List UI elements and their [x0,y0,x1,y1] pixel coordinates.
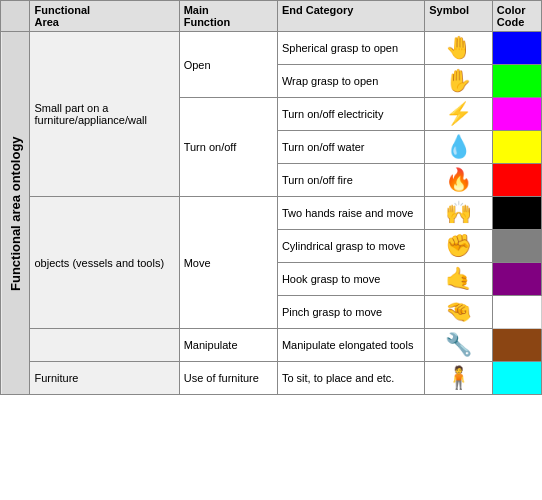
color-code-cell [492,263,541,296]
end-category-cell: Turn on/off water [277,131,424,164]
symbol-cell: 🤙 [425,263,493,296]
end-category-cell: Cylindrical grasp to move [277,230,424,263]
symbol-icon: 🔥 [445,167,472,192]
col-header-main-function: MainFunction [179,1,277,32]
color-code-cell [492,164,541,197]
symbol-cell: 🔥 [425,164,493,197]
symbol-cell: 🔧 [425,329,493,362]
symbol-cell: ⚡ [425,98,493,131]
symbol-cell: 🤏 [425,296,493,329]
main-function-cell: Move [179,197,277,329]
symbol-icon: ⚡ [445,101,472,126]
functional-area-cell: Furniture [30,362,179,395]
main-function-cell: Manipulate [179,329,277,362]
table-row: Manipulate Manipulate elongated tools 🔧 [1,329,542,362]
color-code-cell [492,362,541,395]
symbol-cell: 💧 [425,131,493,164]
end-category-cell: Wrap grasp to open [277,65,424,98]
functional-area-cell: Small part on a furniture/appliance/wall [30,32,179,197]
col-header-symbol: Symbol [425,1,493,32]
end-category-cell: Pinch grasp to move [277,296,424,329]
functional-area-cell [30,329,179,362]
color-code-cell [492,131,541,164]
color-code-cell [492,98,541,131]
end-category-cell: Spherical grasp to open [277,32,424,65]
table-header: FunctionalArea MainFunction End Category… [1,1,542,32]
col-header-functional-area: FunctionalArea [30,1,179,32]
color-code-cell [492,329,541,362]
col-header-color-code: ColorCode [492,1,541,32]
color-code-cell [492,65,541,98]
col-header-end-category: End Category [277,1,424,32]
symbol-cell: ✋ [425,65,493,98]
symbol-icon: 🧍 [445,365,472,390]
main-function-cell: Open [179,32,277,98]
symbol-icon: 🔧 [445,332,472,357]
color-code-cell [492,230,541,263]
symbol-icon: ✊ [445,233,472,258]
symbol-cell: ✊ [425,230,493,263]
table-row: objects (vessels and tools) Move Two han… [1,197,542,230]
symbol-cell: 🤚 [425,32,493,65]
symbol-cell: 🙌 [425,197,493,230]
color-code-cell [492,32,541,65]
end-category-cell: Turn on/off electricity [277,98,424,131]
symbol-cell: 🧍 [425,362,493,395]
symbol-icon: 🤚 [445,35,472,60]
vertical-label: Functional area ontology [1,32,30,395]
end-category-cell: Hook grasp to move [277,263,424,296]
table-row: Functional area ontology Small part on a… [1,32,542,65]
end-category-cell: To sit, to place and etc. [277,362,424,395]
symbol-icon: 🤏 [445,299,472,324]
symbol-icon: 🤙 [445,266,472,291]
end-category-cell: Two hands raise and move [277,197,424,230]
end-category-cell: Manipulate elongated tools [277,329,424,362]
main-function-cell: Use of furniture [179,362,277,395]
symbol-icon: 🙌 [445,200,472,225]
main-function-cell: Turn on/off [179,98,277,197]
functional-area-cell: objects (vessels and tools) [30,197,179,329]
symbol-icon: 💧 [445,134,472,159]
table-row: Furniture Use of furniture To sit, to pl… [1,362,542,395]
end-category-cell: Turn on/off fire [277,164,424,197]
color-code-cell [492,197,541,230]
vertical-label-spacer [1,1,30,32]
color-code-cell [492,296,541,329]
symbol-icon: ✋ [445,68,472,93]
